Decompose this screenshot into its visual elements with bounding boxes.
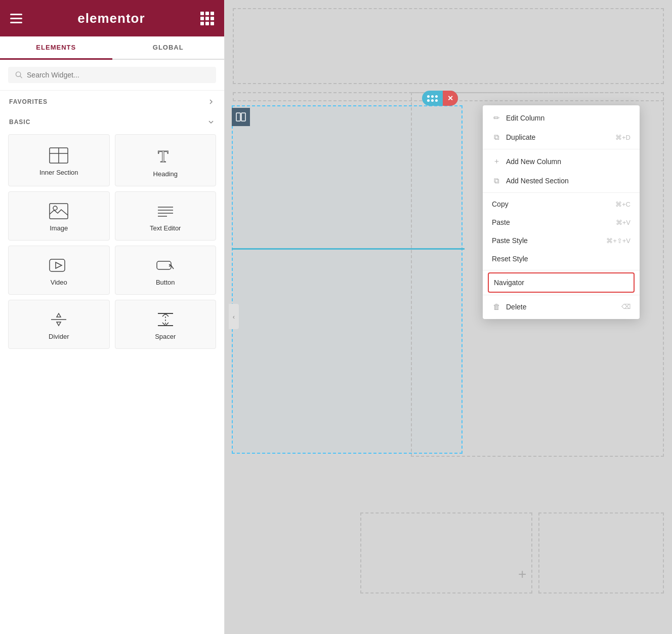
paste-shortcut: ⌘+V — [616, 219, 631, 226]
drag-handle[interactable] — [422, 91, 443, 106]
widget-heading[interactable]: T Heading — [115, 134, 217, 186]
close-button[interactable]: ✕ — [443, 91, 458, 106]
menu-item-add-nested-section[interactable]: ⧉ Add Nested Section — [483, 171, 640, 190]
plus-icon: ＋ — [492, 156, 501, 166]
svg-rect-23 — [236, 113, 240, 121]
svg-rect-15 — [157, 261, 171, 269]
menu-copy-label: Copy — [492, 200, 509, 208]
inner-section-label: Inner Section — [39, 169, 78, 176]
copy-shortcut: ⌘+C — [615, 201, 631, 208]
svg-point-8 — [53, 206, 57, 210]
widget-grid: Inner Section T Heading Image — [0, 131, 224, 356]
sidebar-tabs: ELEMENTS GLOBAL — [0, 36, 224, 60]
trash-icon: 🗑 — [492, 302, 501, 311]
svg-marker-14 — [56, 262, 62, 268]
widget-inner-section[interactable]: Inner Section — [8, 134, 110, 186]
svg-text:T: T — [158, 147, 169, 165]
svg-marker-18 — [57, 313, 61, 317]
chevron-right-icon[interactable] — [207, 98, 215, 106]
menu-item-edit-column[interactable]: ✏ Edit Column — [483, 108, 640, 128]
collapse-sidebar-tab[interactable]: ‹ — [229, 304, 239, 329]
add-section-button[interactable]: + — [518, 566, 526, 582]
widget-spacer[interactable]: Spacer — [115, 300, 217, 349]
canvas-top-zone — [233, 8, 664, 84]
delete-shortcut: ⌫ — [621, 303, 631, 310]
menu-edit-column-label: Edit Column — [506, 114, 544, 122]
chevron-down-icon[interactable] — [207, 118, 215, 126]
menu-divider-1 — [483, 149, 640, 149]
menu-delete-label: Delete — [506, 303, 526, 311]
divider-label: Divider — [49, 333, 69, 340]
button-icon — [156, 257, 175, 273]
context-menu: ✏ Edit Column ⧉ Duplicate ⌘+D ＋ Add New … — [483, 105, 640, 319]
widget-video[interactable]: Video — [8, 246, 110, 295]
menu-navigator-label: Navigator — [494, 279, 524, 287]
menu-add-column-label: Add New Column — [506, 157, 561, 166]
menu-paste-style-label: Paste Style — [492, 236, 528, 245]
menu-divider-3 — [483, 270, 640, 270]
menu-item-duplicate[interactable]: ⧉ Duplicate ⌘+D — [483, 128, 640, 147]
menu-divider-4 — [483, 295, 640, 295]
svg-rect-7 — [50, 204, 68, 219]
tab-global[interactable]: GLOBAL — [112, 36, 225, 60]
video-icon — [49, 257, 68, 273]
duplicate-icon: ⧉ — [492, 133, 501, 142]
svg-rect-24 — [241, 113, 245, 121]
search-icon — [15, 71, 23, 79]
pencil-icon: ✏ — [492, 113, 501, 123]
canvas-bottom-left-zone — [360, 512, 532, 593]
video-label: Video — [51, 279, 67, 286]
heading-icon: T — [156, 146, 175, 165]
elementor-logo: elementor — [77, 11, 145, 26]
menu-nested-label: Add Nested Section — [506, 177, 569, 185]
menu-item-reset-style[interactable]: Reset Style — [483, 250, 640, 268]
text-editor-icon — [156, 203, 175, 219]
widget-divider[interactable]: Divider — [8, 300, 110, 349]
spacer-icon — [156, 311, 175, 328]
inner-section-icon — [49, 147, 68, 164]
widget-image[interactable]: Image — [8, 191, 110, 241]
image-label: Image — [50, 224, 68, 232]
menu-item-paste-style[interactable]: Paste Style ⌘+⇧+V — [483, 231, 640, 250]
search-box — [8, 67, 216, 83]
widget-button[interactable]: Button — [115, 246, 217, 295]
menu-item-paste[interactable]: Paste ⌘+V — [483, 213, 640, 231]
menu-item-delete[interactable]: 🗑 Delete ⌫ — [483, 297, 640, 316]
tab-elements[interactable]: ELEMENTS — [0, 36, 112, 60]
menu-paste-label: Paste — [492, 218, 510, 226]
hamburger-icon[interactable] — [10, 14, 22, 23]
column-toolbar: ✕ — [422, 91, 458, 106]
widget-text-editor[interactable]: Text Editor — [115, 191, 217, 241]
search-input[interactable] — [27, 71, 209, 79]
divider-icon — [49, 311, 68, 328]
columns-icon — [236, 112, 246, 122]
spacer-label: Spacer — [155, 333, 176, 340]
svg-marker-19 — [57, 322, 61, 326]
heading-label: Heading — [153, 170, 178, 178]
basic-label: BASIC — [9, 118, 30, 126]
grid-icon[interactable] — [200, 12, 214, 25]
nested-icon: ⧉ — [492, 176, 501, 185]
button-label: Button — [156, 279, 175, 286]
column-icon-button[interactable] — [232, 108, 250, 126]
menu-item-add-new-column[interactable]: ＋ Add New Column — [483, 151, 640, 171]
menu-reset-style-label: Reset Style — [492, 255, 528, 263]
sidebar-header: elementor — [0, 0, 224, 36]
canvas-bottom-right-zone — [538, 512, 664, 593]
sidebar: elementor ELEMENTS GLOBAL FAVORITES BASI… — [0, 0, 225, 634]
text-editor-label: Text Editor — [150, 224, 181, 232]
search-area — [0, 60, 224, 91]
favorites-section-heading: FAVORITES — [0, 91, 224, 111]
menu-item-navigator[interactable]: Navigator — [488, 272, 635, 293]
image-icon — [49, 203, 68, 219]
menu-divider-2 — [483, 192, 640, 193]
paste-style-shortcut: ⌘+⇧+V — [606, 237, 631, 245]
canvas: ✕ ✏ Edit Column ⧉ Duplicate ⌘+D ＋ — [225, 0, 672, 634]
favorites-label: FAVORITES — [9, 98, 48, 105]
svg-line-1 — [20, 76, 22, 77]
menu-duplicate-label: Duplicate — [506, 133, 535, 141]
menu-item-copy[interactable]: Copy ⌘+C — [483, 195, 640, 213]
basic-section-heading: BASIC — [0, 111, 224, 131]
